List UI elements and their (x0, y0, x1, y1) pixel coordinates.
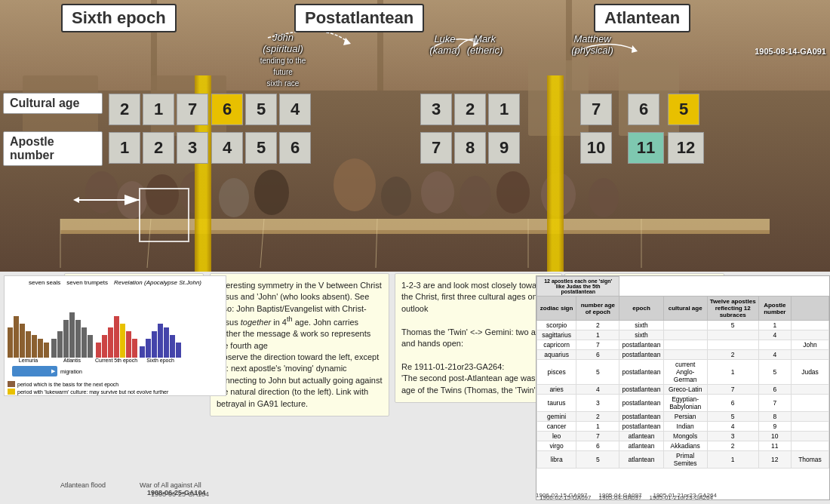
table-row: aquarius6postatlantean24 (537, 350, 829, 360)
chart-area: seven seals seven trumpets Revelation (A… (4, 275, 226, 396)
svg-point-23 (334, 158, 376, 211)
atlantean-flood-label: Atlantean flood (60, 481, 106, 489)
table-row: sagittarius1sixth4 (537, 330, 829, 340)
cultural-age-cell-5: 5 (245, 94, 277, 125)
cultural-age-cell-4: 6 (211, 94, 243, 125)
svg-point-24 (381, 177, 411, 216)
apostle-cell-9: 9 (488, 132, 520, 164)
svg-point-25 (421, 171, 454, 214)
svg-point-27 (496, 171, 530, 214)
col-number: number age of epoch (576, 297, 619, 321)
table-row: taurus3postatlanteanEgyptian-Babylonian6… (537, 395, 829, 412)
svg-point-26 (460, 176, 491, 217)
cultural-age-cell-11: 6 (628, 94, 659, 125)
table-row: gemini2postatlanteanPersian58 (537, 412, 829, 422)
chart-current-label: Current 5th epoch (95, 358, 137, 363)
table-row: libra5atlanteanPrimal Semites112Thomas (537, 451, 829, 469)
apostle-cell-11: 11 (628, 132, 664, 164)
cultural-age-cell-2: 1 (143, 94, 174, 125)
epoch-postatlantean: Postatlantean (294, 4, 424, 32)
apostle-cell-8: 8 (454, 132, 486, 164)
col-epoch: epoch (619, 297, 663, 321)
table-row: leo7atlanteanMongols310 (537, 432, 829, 441)
table-row: pisces5postatlanteancurrent Anglo-German… (537, 360, 829, 385)
annotation-2: Interesting symmetry in the V between Ch… (210, 273, 389, 416)
svg-point-21 (219, 178, 249, 217)
chart-label-trumpets: seven trumpets (66, 279, 108, 286)
apostle-cell-7: 7 (420, 132, 452, 164)
chart-label-revelation: Revelation (Apocalypse St.John) (114, 279, 201, 286)
main-table: 12 apostles each one 'sign' like Judas t… (536, 275, 830, 500)
col-cultural-age: cultural age (663, 297, 707, 321)
person-matthew: Matthew (physical) (558, 33, 626, 56)
col-apostle-number: Apostle number (758, 297, 791, 321)
svg-rect-31 (547, 75, 564, 272)
apostle-cell-4: 4 (211, 132, 243, 164)
svg-point-19 (146, 174, 179, 215)
chart-label-seals: seven seals (29, 279, 60, 286)
svg-rect-9 (60, 219, 770, 230)
legend-basis: period which is the basis for the next e… (17, 382, 118, 387)
apostle-cell-5: 5 (245, 132, 277, 164)
chart-sixth-label: Sixth epoch (146, 358, 174, 363)
table-row: virgo6atlanteanAkkadians211 (537, 441, 829, 451)
apostle-cell-6: 6 (279, 132, 311, 164)
bottom-ref-code1: 1908-06-25-GA104 (147, 489, 206, 496)
cultural-age-cell-7: 3 (420, 94, 452, 125)
table-row: aries4postatlanteanGreco-Latin76 (537, 385, 829, 395)
cultural-age-cell-6: 4 (279, 94, 311, 125)
person-john: John (spiritual) tending to the futuresi… (253, 32, 313, 88)
person-mark: Mark (etheric) (460, 33, 509, 56)
cultural-age-cell-8: 2 (454, 94, 486, 125)
svg-point-29 (589, 178, 619, 217)
migration-label: migration (60, 369, 82, 374)
table-header-top-note: 12 apostles each one 'sign' like Judas t… (537, 277, 619, 297)
col-zodiac: zodiac sign (537, 297, 576, 321)
apostle-cell-1: 1 (109, 132, 140, 164)
epoch-sixth: Sixth epoch (61, 4, 177, 32)
apostle-cell-12: 12 (668, 132, 704, 164)
cultural-age-cell-9: 1 (488, 94, 520, 125)
apostle-cell-3: 3 (177, 132, 208, 164)
svg-point-17 (85, 171, 118, 214)
apostle-number-label: Apostle number (3, 131, 103, 166)
bottom-ref-row: 1906-02-15-GA097 1905-04-GA097 1905-01-2… (540, 494, 713, 501)
apostle-cell-2: 2 (143, 132, 174, 164)
war-all-against-all-label: War of All against All (140, 481, 201, 489)
chart-lemuria-label: Lemuria (19, 358, 38, 363)
cultural-age-label: Cultural age (3, 93, 103, 114)
cultural-age-cell-12: 5 (668, 94, 699, 125)
col-side-labels (792, 297, 829, 321)
chart-atlantis-label: Atlantis (63, 358, 81, 363)
reference-code: 1905-08-14-GA091 (755, 47, 826, 56)
epoch-atlantean: Atlantean (594, 4, 690, 32)
table-row: capricorn7postatlanteanJohn (537, 340, 829, 350)
cultural-age-cell-3: 7 (177, 94, 208, 125)
cultural-age-cell-10: 7 (580, 94, 612, 125)
table-row: scorpio2sixth51 (537, 321, 829, 330)
svg-point-22 (254, 170, 289, 215)
cultural-age-cell-1: 2 (109, 94, 140, 125)
legend-lukewarm: period with 'lukewarm' culture: may surv… (17, 389, 168, 395)
table-row: cancer1postatlanteanIndian49 (537, 422, 829, 432)
person-luke: Luke (kama) (424, 33, 466, 56)
svg-rect-10 (60, 230, 770, 234)
apostle-cell-10: 10 (580, 132, 612, 164)
col-twelve-apostles: Twelve apostles reflecting 12 subraces (707, 297, 758, 321)
